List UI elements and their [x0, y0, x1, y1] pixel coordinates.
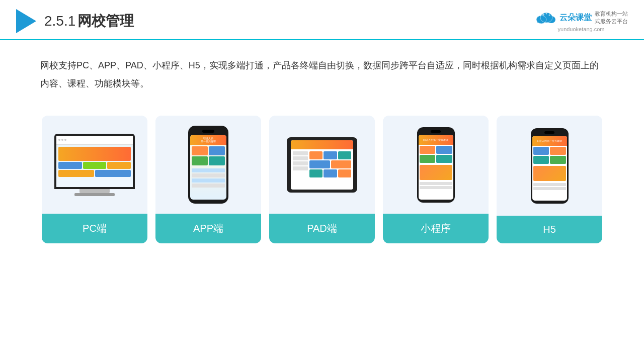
pc-row-2 — [58, 170, 131, 177]
phone-list — [190, 167, 226, 189]
ps2-line-1 — [533, 183, 566, 186]
phone-miniprogram-mockup: 职进人的第一堂兴趣课 — [417, 127, 455, 203]
tablet-mockup — [287, 137, 357, 193]
title-number: 2.5.1 — [44, 13, 75, 29]
card-app: 职进人的第一堂兴趣课 — [155, 116, 261, 243]
phone-screen: 职进人的第一堂兴趣课 — [190, 135, 226, 200]
ps-grid-2 — [436, 146, 452, 154]
tablet-sidebar-4 — [293, 166, 308, 170]
phone-list-4 — [192, 184, 225, 188]
ps2-grid-4 — [550, 156, 566, 164]
brand-name: 云朵课堂 — [559, 13, 592, 23]
svg-point-8 — [549, 15, 550, 16]
ps2-grid-1 — [533, 147, 549, 155]
card-pad-label: PAD端 — [269, 214, 375, 243]
tablet-main — [309, 151, 351, 177]
pc-hero-banner — [58, 147, 131, 161]
pc-dot-3 — [64, 139, 66, 141]
phone-grid — [190, 145, 226, 167]
tablet-main-row-3 — [309, 169, 351, 177]
phone-small-notch-2 — [544, 131, 554, 134]
ps-img-2 — [533, 166, 566, 181]
ps-grid-3 — [420, 155, 436, 163]
tablet-block-4 — [309, 160, 330, 168]
pc-stand — [79, 189, 110, 193]
tablet-block-7 — [324, 169, 337, 177]
header-left: 2.5.1网校管理 — [16, 9, 134, 33]
ps-line-2 — [420, 186, 452, 189]
pc-screen-frame — [54, 134, 135, 189]
phone-app-mockup: 职进人的第一堂兴趣课 — [188, 126, 228, 204]
brand-logo: 云朵课堂 教育机构一站 式服务云平台 — [534, 10, 628, 26]
svg-point-7 — [546, 13, 547, 15]
phone-small-screen-1: 职进人的第一堂兴趣课 — [419, 135, 453, 200]
phone-small-top-2: 职进人的第一堂兴趣课 — [532, 136, 567, 146]
pc-block-5 — [95, 170, 131, 177]
pc-base — [74, 193, 115, 196]
pc-content-rows — [56, 145, 133, 179]
tablet-sidebar-2 — [293, 156, 308, 160]
card-pad: PAD端 — [269, 116, 375, 243]
phone-top-bar: 职进人的第一堂兴趣课 — [190, 135, 226, 145]
pc-browser-bar — [56, 136, 133, 145]
phone-list-1 — [192, 168, 225, 172]
tablet-content — [291, 149, 353, 179]
description-text: 网校支持PC、APP、PAD、小程序、H5，实现多端打通，产品各终端自由切换，数… — [0, 40, 644, 103]
phone-small-notch-1 — [431, 130, 441, 133]
card-pc: PC端 — [42, 116, 147, 243]
brand-tagline: 教育机构一站 式服务云平台 — [595, 10, 628, 26]
phone-grid-1 — [192, 146, 208, 155]
card-pad-image — [269, 116, 375, 214]
pc-block-3 — [107, 162, 131, 169]
tablet-block-6 — [309, 169, 323, 177]
tablet-sidebar-1 — [293, 151, 308, 155]
pc-block-1 — [58, 162, 82, 169]
tablet-block-5 — [331, 160, 352, 168]
phone-h5-mockup: 职进人的第一堂兴趣课 — [531, 128, 569, 204]
card-h5-image: 职进人的第一堂兴趣课 — [497, 116, 602, 216]
phone-list-3 — [192, 178, 225, 183]
pc-block-4 — [58, 170, 94, 177]
phone-grid-4 — [209, 156, 225, 165]
phone-notch — [202, 130, 214, 133]
phone-small-grid-1 — [419, 145, 453, 164]
card-app-image: 职进人的第一堂兴趣课 — [155, 116, 261, 214]
card-app-label: APP端 — [155, 214, 261, 243]
brand-url: yunduoketang.com — [558, 26, 605, 32]
ps-line-1 — [420, 182, 452, 185]
pc-dot-1 — [58, 139, 60, 141]
tablet-screen — [291, 140, 353, 190]
ps-img-1 — [420, 165, 452, 180]
ps2-line-2 — [533, 187, 566, 190]
card-miniprogram: 职进人的第一堂兴趣课 小程序 — [383, 116, 489, 243]
pc-screen-content — [56, 136, 133, 187]
tablet-sidebar-3 — [293, 161, 308, 165]
phone-list-2 — [192, 173, 225, 177]
page-title: 2.5.1网校管理 — [44, 12, 134, 31]
card-pc-label: PC端 — [42, 214, 147, 243]
phone-grid-2 — [209, 146, 225, 155]
card-h5-label: H5 — [497, 216, 602, 243]
card-pc-image — [42, 116, 147, 214]
title-text: 网校管理 — [77, 13, 134, 29]
ps-grid-1 — [420, 146, 436, 154]
platform-cards: PC端 职进人的第一堂兴趣课 — [0, 108, 644, 243]
ps-body-1 — [419, 181, 453, 190]
ps2-grid-2 — [550, 147, 566, 155]
card-h5: 职进人的第一堂兴趣课 H5 — [497, 116, 602, 243]
tablet-block-3 — [338, 151, 351, 159]
brand-section: 云朵课堂 教育机构一站 式服务云平台 yunduoketang.com — [534, 10, 628, 33]
pc-mockup — [54, 134, 135, 196]
phone-grid-3 — [192, 156, 208, 165]
tablet-block-1 — [309, 151, 323, 159]
tablet-main-row-1 — [309, 151, 351, 159]
pc-dot-2 — [61, 139, 63, 141]
page-header: 2.5.1网校管理 云朵课堂 教育机构一站 式服务云平台 — [0, 0, 644, 40]
tablet-block-8 — [338, 169, 351, 177]
tablet-top-bar — [291, 140, 353, 149]
phone-small-screen-2: 职进人的第一堂兴趣课 — [532, 136, 567, 201]
card-miniprogram-image: 职进人的第一堂兴趣课 — [383, 116, 489, 214]
phone-small-top-1: 职进人的第一堂兴趣课 — [419, 135, 453, 145]
ps2-grid-3 — [533, 156, 549, 164]
ps-body-2 — [532, 182, 567, 191]
